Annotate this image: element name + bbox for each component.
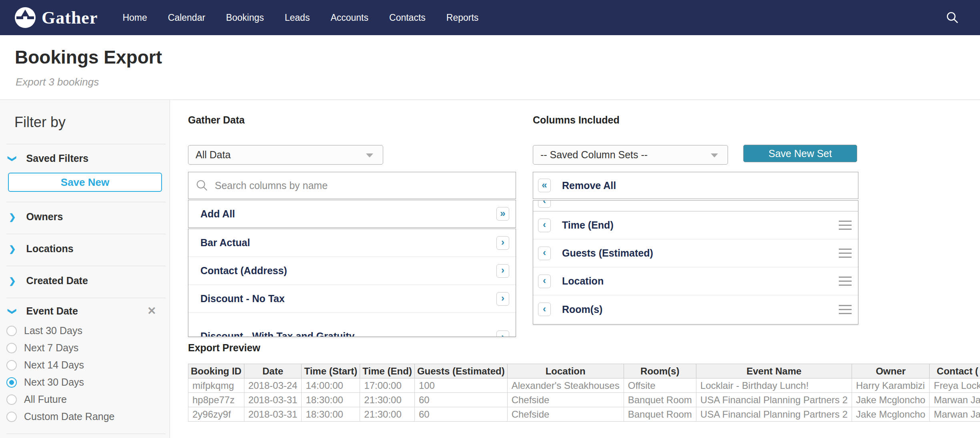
brand-logo[interactable]: Gather: [14, 7, 98, 28]
radio-unselected-icon[interactable]: [6, 326, 17, 336]
page-title: Bookings Export: [15, 46, 162, 68]
drag-handle-icon[interactable]: [839, 305, 852, 314]
dropdown-arrow-icon: [366, 153, 373, 157]
drag-handle-bar: [839, 313, 852, 314]
divider: [6, 144, 166, 144]
table-cell: 21:30:00: [360, 393, 415, 407]
add-column-button[interactable]: ›: [496, 292, 509, 306]
remove-column-button[interactable]: ‹: [538, 201, 551, 208]
available-column-row-discount-with-tax-and-gratuity: Discount - With Tax and Gratuity›: [188, 313, 516, 337]
included-column-row-time-end: ‹Time (End): [533, 211, 858, 239]
radio-selected-icon[interactable]: [6, 377, 17, 388]
add-column-button[interactable]: ›: [496, 330, 509, 337]
drag-handle-icon[interactable]: [839, 221, 852, 230]
remove-column-button[interactable]: ‹: [538, 303, 551, 316]
column-label: Location: [562, 275, 828, 287]
table-cell: Marwan Ja: [930, 407, 980, 422]
table-row: mifpkqmg2018-03-2414:00:0017:00:00100Ale…: [188, 378, 980, 393]
export-preview-table: Booking IDDateTime (Start)Time (End)Gues…: [188, 364, 980, 422]
add-all-label: Add All: [200, 208, 496, 220]
table-cell: 17:00:00: [360, 378, 415, 393]
sidebar-item-label: Created Date: [26, 275, 88, 287]
radio-unselected-icon[interactable]: [6, 412, 17, 422]
nav-item-calendar[interactable]: Calendar: [168, 12, 205, 23]
nav-item-bookings[interactable]: Bookings: [226, 12, 264, 23]
radio-option-custom-date-range[interactable]: Custom Date Range: [6, 408, 166, 425]
drag-handle-bar: [839, 277, 852, 278]
data-set-dropdown-value: All Data: [196, 149, 231, 161]
table-cell: 60: [414, 393, 507, 407]
table-header-cell-time-end: Time (End): [360, 364, 415, 378]
table-cell: 60: [414, 407, 507, 422]
radio-option-next-30-days[interactable]: Next 30 Days: [6, 374, 166, 391]
table-header-cell-contact: Contact (: [930, 364, 980, 378]
radio-option-label: Custom Date Range: [24, 411, 115, 422]
nav-menu: HomeCalendarBookingsLeadsAccountsContact…: [122, 12, 478, 23]
remove-all-button[interactable]: «: [538, 179, 551, 192]
sidebar-item-event-date[interactable]: ❯ Event Date: [9, 305, 78, 317]
radio-option-next-7-days[interactable]: Next 7 Days: [6, 339, 166, 356]
radio-option-last-30-days[interactable]: Last 30 Days: [6, 322, 166, 339]
search-columns-input[interactable]: [215, 180, 495, 191]
table-cell: 18:30:00: [302, 393, 360, 407]
radio-unselected-icon[interactable]: [6, 343, 17, 353]
nav-item-home[interactable]: Home: [122, 12, 147, 23]
table-cell: Offsite: [624, 378, 696, 393]
available-column-row-bar-actual: Bar Actual›: [188, 229, 516, 257]
table-cell: USA Financial Planning Partners 2: [696, 407, 852, 422]
sidebar-item-created-date[interactable]: ❯ Created Date: [9, 275, 88, 287]
event-date-options: Last 30 DaysNext 7 DaysNext 14 DaysNext …: [6, 322, 166, 425]
column-label: Discount - No Tax: [200, 293, 496, 305]
sidebar-item-owners[interactable]: ❯ Owners: [9, 211, 63, 223]
table-header-cell-guests-estimated: Guests (Estimated): [414, 364, 507, 378]
column-search-box: [188, 172, 516, 199]
radio-unselected-icon[interactable]: [6, 360, 17, 370]
add-all-button[interactable]: »: [496, 207, 509, 221]
drag-handle-icon[interactable]: [839, 277, 852, 286]
table-cell: Jake Mcgloncho: [852, 393, 930, 407]
sidebar-item-label: Owners: [26, 211, 63, 223]
table-cell: Chefside: [507, 393, 624, 407]
radio-unselected-icon[interactable]: [6, 394, 17, 405]
save-new-set-button[interactable]: Save New Set: [743, 145, 857, 162]
column-label: Guests (Estimated): [562, 247, 828, 259]
table-cell: Banquet Room: [624, 407, 696, 422]
table-cell: Harry Karambizi: [852, 378, 930, 393]
brand-name: Gather: [42, 8, 98, 28]
remove-column-button[interactable]: ‹: [538, 219, 551, 232]
nav-item-reports[interactable]: Reports: [446, 12, 479, 23]
columns-included-heading: Columns Included: [533, 114, 620, 126]
dropdown-arrow-icon: [711, 153, 718, 157]
saved-column-sets-dropdown[interactable]: -- Saved Column Sets --: [533, 145, 728, 165]
drag-handle-bar: [839, 285, 852, 286]
column-label: Discount - With Tax and Gratuity: [200, 330, 496, 337]
remove-all-row: « Remove All: [533, 172, 858, 199]
drag-handle-bar: [839, 225, 852, 226]
drag-handle-icon[interactable]: [839, 249, 852, 258]
search-icon: [946, 11, 959, 24]
save-new-filter-button[interactable]: Save New: [8, 173, 162, 192]
data-set-dropdown[interactable]: All Data: [188, 145, 383, 165]
table-header-cell-event-name: Event Name: [696, 364, 852, 378]
sidebar-item-saved-filters[interactable]: ❯ Saved Filters: [9, 153, 88, 164]
clear-event-date-filter-icon[interactable]: ✕: [147, 305, 156, 317]
table-cell: hp8pe77z: [188, 393, 244, 407]
sidebar-item-label: Locations: [26, 243, 74, 255]
table-header-cell-booking-id: Booking ID: [188, 364, 244, 378]
table-cell: 18:30:00: [302, 407, 360, 422]
remove-column-button[interactable]: ‹: [538, 247, 551, 260]
remove-column-button[interactable]: ‹: [538, 275, 551, 288]
sidebar-item-locations[interactable]: ❯ Locations: [9, 243, 74, 255]
add-column-button[interactable]: ›: [496, 264, 509, 278]
nav-search-button[interactable]: [946, 11, 959, 24]
table-cell: 21:30:00: [360, 407, 415, 422]
table-cell: Freya Lock: [930, 378, 980, 393]
radio-option-all-future[interactable]: All Future: [6, 391, 166, 408]
nav-item-leads[interactable]: Leads: [285, 12, 310, 23]
radio-option-next-14-days[interactable]: Next 14 Days: [6, 356, 166, 374]
drag-handle-bar: [839, 309, 852, 310]
drag-handle-bar: [839, 229, 852, 230]
nav-item-accounts[interactable]: Accounts: [330, 12, 368, 23]
add-column-button[interactable]: ›: [496, 236, 509, 250]
nav-item-contacts[interactable]: Contacts: [389, 12, 426, 23]
